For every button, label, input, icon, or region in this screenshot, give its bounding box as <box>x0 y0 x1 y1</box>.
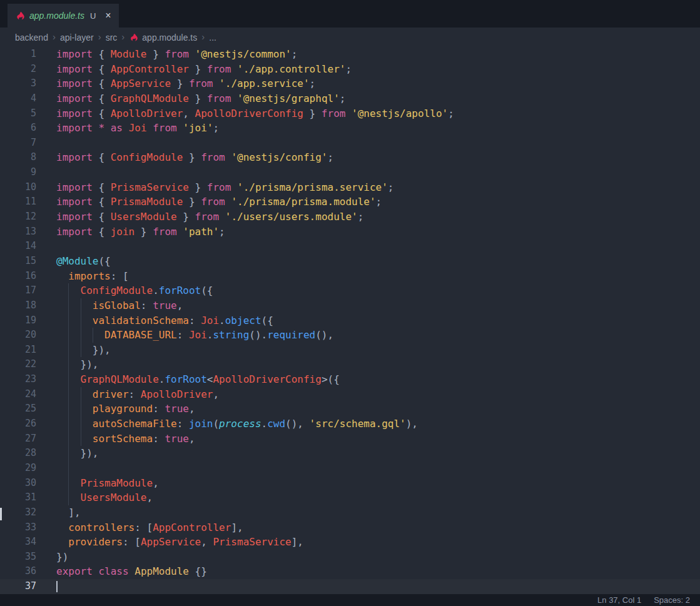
line-number[interactable]: 3 <box>0 76 36 91</box>
code-line[interactable]: 32], <box>0 505 700 520</box>
code-editor[interactable]: 1import { Module } from '@nestjs/common'… <box>0 47 700 594</box>
line-number[interactable]: 17 <box>0 283 36 298</box>
code-line[interactable]: 8import { ConfigModule } from '@nestjs/c… <box>0 150 700 165</box>
indentation-setting[interactable]: Spaces: 2 <box>654 595 690 605</box>
code-line[interactable]: 37 <box>0 579 700 594</box>
breadcrumb-separator: › <box>121 31 124 42</box>
line-number[interactable]: 18 <box>0 298 36 313</box>
line-number[interactable]: 28 <box>0 446 36 461</box>
text-cursor <box>56 581 58 592</box>
code-line[interactable]: 36export class AppModule {} <box>0 564 700 579</box>
line-number[interactable]: 27 <box>0 432 36 447</box>
code-line[interactable]: 13import { join } from 'path'; <box>0 225 700 240</box>
code-line[interactable]: 26autoSchemaFile: join(process.cwd(), 's… <box>0 417 700 432</box>
line-number[interactable]: 34 <box>0 535 36 550</box>
code-line[interactable]: 24driver: ApolloDriver, <box>0 387 700 402</box>
line-number[interactable]: 2 <box>0 62 36 77</box>
code-line[interactable]: 1import { Module } from '@nestjs/common'… <box>0 47 700 62</box>
line-number[interactable]: 32 <box>0 505 36 520</box>
line-number[interactable]: 20 <box>0 328 36 343</box>
line-number[interactable]: 26 <box>0 417 36 432</box>
code-line[interactable]: 10import { PrismaService } from './prism… <box>0 180 700 195</box>
code-line[interactable]: 35}) <box>0 550 700 565</box>
line-number[interactable]: 31 <box>0 490 36 505</box>
code-line[interactable]: 23GraphQLModule.forRoot<ApolloDriverConf… <box>0 372 700 387</box>
code-line[interactable]: 7 <box>0 136 700 151</box>
code-line[interactable]: 9 <box>0 165 700 180</box>
line-number[interactable]: 11 <box>0 194 36 210</box>
code-line[interactable]: 12import { UsersModule } from './users/u… <box>0 210 700 225</box>
tab-app-module-ts[interactable]: app.module.ts U × <box>8 4 119 28</box>
line-number[interactable]: 30 <box>0 476 36 491</box>
line-number[interactable]: 1 <box>0 47 36 62</box>
code-line[interactable]: 15@Module({ <box>0 254 700 269</box>
line-number[interactable]: 6 <box>0 121 36 136</box>
git-status-badge: U <box>90 11 96 21</box>
line-number[interactable]: 15 <box>0 254 36 269</box>
breadcrumb-item-backend[interactable]: backend <box>15 33 48 43</box>
line-number[interactable]: 23 <box>0 372 36 387</box>
status-bar: Ln 37, Col 1 Spaces: 2 <box>0 594 700 606</box>
line-number[interactable]: 35 <box>0 550 36 565</box>
code-line[interactable]: 19validationSchema: Joi.object({ <box>0 313 700 328</box>
line-number[interactable]: 36 <box>0 564 36 579</box>
line-number[interactable]: 37 <box>0 579 36 594</box>
line-number[interactable]: 7 <box>0 136 36 151</box>
line-number[interactable]: 14 <box>0 239 36 254</box>
line-number[interactable]: 13 <box>0 225 36 240</box>
line-number[interactable]: 4 <box>0 91 36 106</box>
code-line[interactable]: 4import { GraphQLModule } from '@nestjs/… <box>0 91 700 106</box>
line-number[interactable]: 24 <box>0 387 36 402</box>
code-line[interactable]: 20DATABASE_URL: Joi.string().required(), <box>0 328 700 343</box>
line-number[interactable]: 21 <box>0 343 36 358</box>
line-number[interactable]: 5 <box>0 106 36 121</box>
close-icon[interactable]: × <box>105 11 111 21</box>
breadcrumb-item-[interactable]: ... <box>209 33 216 43</box>
code-line[interactable]: 17ConfigModule.forRoot({ <box>0 283 700 298</box>
code-line[interactable]: 34providers: [AppService, PrismaService]… <box>0 535 700 550</box>
breadcrumb: backend›api-layer›src› app.module.ts›... <box>0 28 700 47</box>
code-line[interactable]: 30PrismaModule, <box>0 476 700 491</box>
nestjs-icon <box>15 11 25 21</box>
code-line[interactable]: 33controllers: [AppController], <box>0 520 700 535</box>
breadcrumb-separator: › <box>53 31 56 42</box>
code-line[interactable]: 6import * as Joi from 'joi'; <box>0 121 700 136</box>
code-line[interactable]: 21}), <box>0 343 700 358</box>
code-line[interactable]: 31UsersModule, <box>0 490 700 505</box>
code-line[interactable]: 3import { AppService } from './app.servi… <box>0 76 700 91</box>
line-number[interactable]: 12 <box>0 210 36 225</box>
code-line[interactable]: 22}), <box>0 357 700 372</box>
code-line[interactable]: 27sortSchema: true, <box>0 432 700 447</box>
code-line[interactable]: 14 <box>0 239 700 254</box>
code-line[interactable]: 16imports: [ <box>0 269 700 284</box>
code-line[interactable]: 28}), <box>0 446 700 461</box>
breadcrumb-item-api-layer[interactable]: api-layer <box>60 33 94 43</box>
line-number[interactable]: 8 <box>0 150 36 165</box>
tab-label: app.module.ts <box>29 11 84 21</box>
line-number[interactable]: 22 <box>0 357 36 372</box>
code-line[interactable]: 25playground: true, <box>0 401 700 417</box>
tab-bar: app.module.ts U × <box>0 0 700 28</box>
code-line[interactable]: 11import { PrismaModule } from './prisma… <box>0 194 700 210</box>
breadcrumb-item-src[interactable]: src <box>106 33 118 43</box>
code-line[interactable]: 18isGlobal: true, <box>0 298 700 313</box>
code-line[interactable]: 5import { ApolloDriver, ApolloDriverConf… <box>0 106 700 121</box>
line-number[interactable]: 9 <box>0 165 36 180</box>
line-number[interactable]: 16 <box>0 269 36 284</box>
vscode-editor: app.module.ts U × backend›api-layer›src›… <box>0 0 700 606</box>
code-line[interactable]: 29 <box>0 461 700 476</box>
line-number[interactable]: 19 <box>0 313 36 328</box>
code-line[interactable]: 2import { AppController } from './app.co… <box>0 62 700 77</box>
breadcrumb-item-app-module-ts[interactable]: app.module.ts <box>129 33 197 43</box>
line-number[interactable]: 29 <box>0 461 36 476</box>
line-number[interactable]: 25 <box>0 401 36 417</box>
line-number[interactable]: 10 <box>0 180 36 195</box>
breadcrumb-separator: › <box>201 31 205 42</box>
line-number[interactable]: 33 <box>0 520 36 535</box>
cursor-position[interactable]: Ln 37, Col 1 <box>597 595 641 605</box>
nestjs-icon <box>129 33 139 43</box>
breadcrumb-separator: › <box>98 31 101 42</box>
left-edge-marker <box>0 508 2 520</box>
